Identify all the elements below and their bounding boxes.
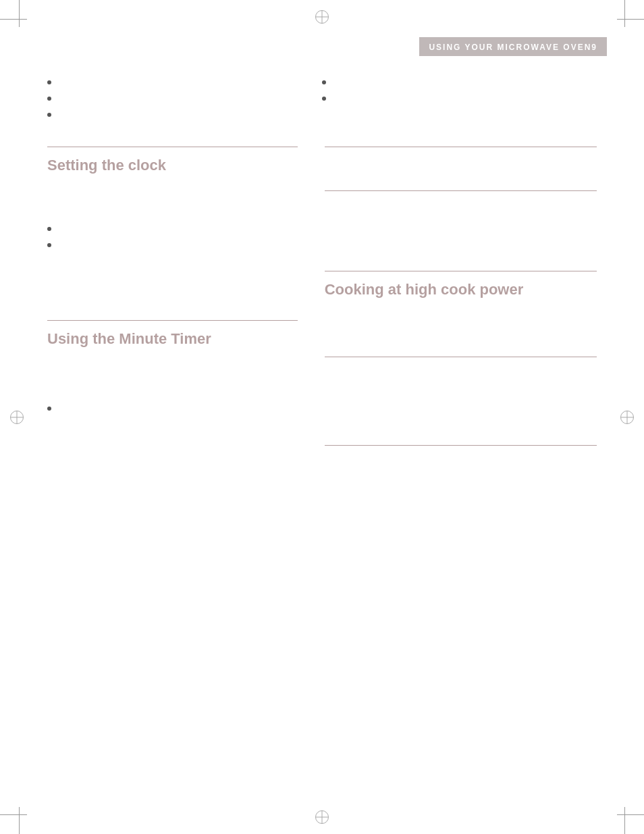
content-text-line [47,293,298,300]
content-text-line [325,382,597,388]
right-col-top-rule [325,147,597,147]
registration-mark-left [10,411,24,424]
content-text-line [325,403,597,410]
right-column: Cooking at high cook power [311,147,597,455]
content-text-line [47,362,298,369]
left-column: Setting the clock [47,147,311,455]
setting-clock-content [47,182,298,211]
bullet-dot [47,407,51,411]
right-upper-content [325,201,597,251]
header-title: USING YOUR MICROWAVE OVEN9 [429,43,597,52]
header-bar: USING YOUR MICROWAVE OVEN9 [419,37,607,56]
content-text-line [47,193,298,200]
right-sub-rule-1 [325,190,597,191]
content-text-line [325,167,597,174]
main-content: Setting the clock [47,64,597,787]
content-text-line [47,182,298,189]
right-top-content [325,157,597,185]
bullet-dot [322,97,326,101]
cooking-section-rule [325,271,597,271]
registration-mark-top [315,10,329,24]
minute-timer-section: Using the Minute Timer [47,330,298,348]
content-text-line [325,317,597,324]
list-item [47,404,298,411]
content-text-line [325,233,597,240]
cooking-section: Cooking at high cook power [325,271,597,357]
list-item [47,110,322,117]
content-text-line [325,328,597,335]
cooking-heading: Cooking at high cook power [325,281,597,298]
cooking-bottom-rule [325,357,597,357]
content-text-line [325,157,597,163]
list-item [322,78,597,84]
content-text-line [325,339,597,346]
list-item [47,78,322,84]
lower-right-rule [325,445,597,446]
setting-clock-heading: Setting the clock [47,157,298,174]
content-text-line [325,307,597,313]
list-item [47,94,322,101]
lower-left-content [47,261,298,300]
content-text-line [325,371,597,377]
content-text-line [325,425,597,432]
bottom-bullets-left [47,404,298,411]
intro-bullets [47,78,597,126]
content-text-line [325,392,597,399]
minute-timer-content [47,362,298,390]
section-top-rule [47,147,298,147]
list-item [47,240,298,247]
bullet-dot [47,80,51,84]
content-text-line [47,384,298,390]
content-text-line [47,373,298,380]
registration-mark-bottom [315,810,329,824]
content-text-line [47,261,298,267]
bullet-dot [47,113,51,117]
content-text-line [47,204,298,211]
content-text-line [325,211,597,218]
bullet-col-right [322,78,597,126]
bullet-dot [322,80,326,84]
cooking-content [325,307,597,346]
content-text-line [325,201,597,207]
list-item [322,94,597,101]
registration-mark-right [620,411,634,424]
content-text-line [47,271,298,278]
content-text-line [325,244,597,251]
two-col-layout: Setting the clock [47,147,597,455]
content-text-line [325,178,597,185]
lower-right-content [325,371,597,432]
list-item [47,224,298,231]
minute-timer-heading: Using the Minute Timer [47,330,298,348]
content-text-line [325,222,597,229]
divider-before-timer [47,320,298,321]
content-text-line [47,282,298,289]
bullet-dot [47,97,51,101]
bullet-dot [47,243,51,247]
content-text-line [325,414,597,421]
bullet-dot [47,227,51,231]
setting-clock-section: Setting the clock [47,147,298,211]
mid-bullets-left [47,224,298,247]
bullet-col-left [47,78,322,126]
